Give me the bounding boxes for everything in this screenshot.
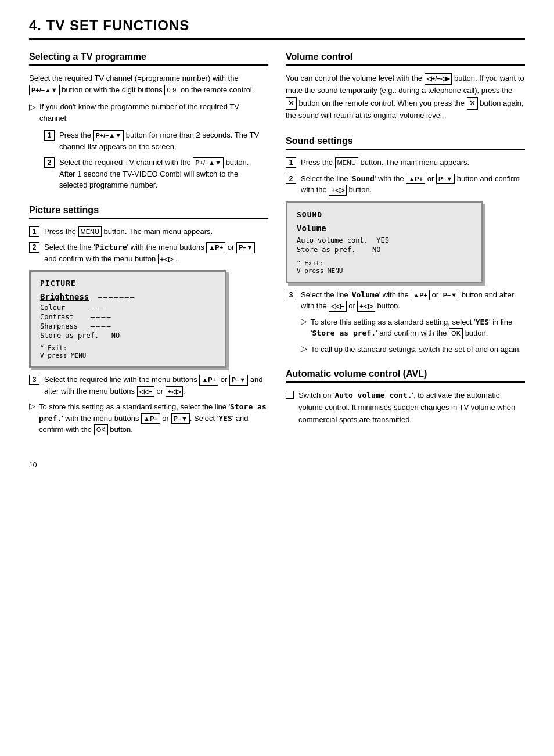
screen-brightness-bar: ——————— <box>98 293 136 301</box>
picture-screen: PICTURE Brightness ——————— Colour ——— Co… <box>29 270 226 368</box>
chapter-rule <box>29 38 525 40</box>
step-content-s-2: Select the line 'Sound' with the ▲P+ or … <box>301 173 525 196</box>
btn-left-snd[interactable]: ◁◁– <box>329 301 346 312</box>
tip-store-snd-text: To store this setting as a standard sett… <box>311 316 525 339</box>
screen-colour-bar: ——— <box>91 304 107 312</box>
screen-store-pic: Store as pref. NO <box>40 332 215 340</box>
two-column-layout: Selecting a TV programme Select the requ… <box>29 52 525 449</box>
step-1-2: 2 Select the required TV channel with th… <box>44 157 268 191</box>
step-content-s-1: Press the MENU button. The main menu app… <box>301 157 525 168</box>
tip-arrow-store-snd: ▷ <box>301 316 307 339</box>
tip-text-1: If you don't know the programme number o… <box>39 101 268 124</box>
step-2-2: 2 Select the line 'Picture' with the men… <box>29 242 268 264</box>
section-volume-control: Volume control You can control the volum… <box>286 52 525 122</box>
btn-ok-snd[interactable]: OK <box>449 328 463 339</box>
step-num-s-2: 2 <box>286 174 296 184</box>
btn-pm-snd[interactable]: P–▼ <box>436 174 455 185</box>
screen-contrast: Contrast ———— <box>40 313 215 321</box>
btn-right-snd[interactable]: +◁▷ <box>357 301 375 312</box>
btn-ok-pic[interactable]: OK <box>94 424 108 435</box>
step-num-2-3: 3 <box>29 375 39 385</box>
screen-title-sound: SOUND <box>297 210 472 219</box>
step-content-2-1: Press the MENU button. The main menu app… <box>44 226 268 237</box>
section-title-picture: Picture settings <box>29 205 268 219</box>
btn-left-minus-pic[interactable]: ◁◁– <box>137 386 154 397</box>
btn-pm-snd2[interactable]: P–▼ <box>441 290 459 301</box>
screen-colour: Colour ——— <box>40 304 215 312</box>
avl-text: Switch on 'Auto volume cont.', to activa… <box>298 390 525 426</box>
btn-p-plus-minus-1[interactable]: P+/–▲▼ <box>29 85 60 96</box>
step-s-1: 1 Press the MENU button. The main menu a… <box>286 157 525 168</box>
step-num-2-1: 1 <box>29 226 39 237</box>
step-2-1: 1 Press the MENU button. The main menu a… <box>29 226 268 237</box>
screen-title-picture: PICTURE <box>40 279 215 287</box>
step-s-2: 2 Select the line 'Sound' with the ▲P+ o… <box>286 173 525 196</box>
section-title-sound: Sound settings <box>286 136 525 150</box>
tip-block-1: ▷ If you don't know the programme number… <box>29 101 268 124</box>
step-content-2-3: Select the required line with the menu b… <box>44 374 268 397</box>
chapter-title-text: TV SET FUNCTIONS <box>46 17 190 33</box>
step-1-1: 1 Press the P+/–▲▼ button for more than … <box>44 129 268 152</box>
btn-ap-snd[interactable]: ▲P+ <box>406 174 425 185</box>
btn-p-av-1[interactable]: P+/–▲▼ <box>93 130 124 141</box>
section-sound-settings: Sound settings 1 Press the MENU button. … <box>286 136 525 355</box>
screen-store-snd: Store as pref. NO <box>297 246 472 254</box>
screen-contrast-bar: ———— <box>91 313 112 321</box>
btn-p-minus-pic[interactable]: P–▼ <box>236 242 255 253</box>
section-title-avl: Automatic volume control (AVL) <box>286 369 525 383</box>
btn-ap-store[interactable]: ▲P+ <box>141 413 160 424</box>
step-num-s-1: 1 <box>286 157 296 168</box>
btn-menu-snd[interactable]: MENU <box>335 157 358 168</box>
tip-arrow-standard-snd: ▷ <box>301 344 307 355</box>
section-avl: Automatic volume control (AVL) Switch on… <box>286 369 525 426</box>
screen-brightness: Brightness ——————— <box>40 292 215 301</box>
avl-checkbox[interactable] <box>286 391 294 399</box>
section-title-volume: Volume control <box>286 52 525 66</box>
screen-volume-item: Volume <box>297 224 472 233</box>
btn-ap-snd2[interactable]: ▲P+ <box>411 290 430 301</box>
btn-vol-main[interactable]: ◁+/–◁▶ <box>425 73 452 85</box>
btn-mute-1[interactable]: ✕ <box>286 97 297 110</box>
step-num-1-2: 2 <box>44 157 55 168</box>
btn-p-minus-pic2[interactable]: P–▼ <box>229 375 248 386</box>
btn-confirm-pic[interactable]: +◁▷ <box>158 254 175 265</box>
btn-ap-plus-pic[interactable]: ▲P+ <box>206 242 225 253</box>
btn-pm-store[interactable]: P–▼ <box>171 413 190 424</box>
step-num-1-1: 1 <box>44 130 55 141</box>
chapter-number: 4. <box>29 17 42 33</box>
screen-auto-vol: Auto volume cont. YES <box>297 236 472 244</box>
step-content-1-2: Select the required TV channel with the … <box>59 157 268 191</box>
right-column: Volume control You can control the volum… <box>286 52 525 449</box>
tip-arrow-store-pic: ▷ <box>29 401 35 435</box>
screen-footer-pic: ^ Exit:V press MENU <box>40 344 215 359</box>
step-num-s-3: 3 <box>286 290 296 300</box>
tip-standard-snd: ▷ To call up the standard settings, swit… <box>301 344 525 355</box>
step-2-3: 3 Select the required line with the menu… <box>29 374 268 397</box>
step-content-1-1: Press the P+/–▲▼ button for more than 2 … <box>59 129 268 152</box>
sound-tips: ▷ To store this setting as a standard se… <box>301 316 525 355</box>
sound-screen: SOUND Volume Auto volume cont. YES Store… <box>286 201 483 283</box>
chapter-title: 4. TV SET FUNCTIONS <box>29 17 525 34</box>
btn-menu-pic[interactable]: MENU <box>78 226 102 237</box>
screen-sharpness-bar: ———— <box>91 322 112 330</box>
btn-p-av-2[interactable]: P+/–▲▼ <box>193 157 224 168</box>
section-intro: Select the required TV channel (=program… <box>29 73 268 95</box>
step-s-3: 3 Select the line 'Volume' with the ▲P+ … <box>286 289 525 312</box>
btn-mute-2[interactable]: ✕ <box>467 97 478 110</box>
btn-ap-plus-pic2[interactable]: ▲P+ <box>199 375 218 386</box>
step-content-s-3: Select the line 'Volume' with the ▲P+ or… <box>301 289 525 312</box>
screen-footer-snd: ^ Exit:V press MENU <box>297 260 472 275</box>
btn-confirm-snd[interactable]: +◁▷ <box>329 185 346 196</box>
btn-right-plus-pic[interactable]: +◁▷ <box>166 386 183 397</box>
section-selecting-tv: Selecting a TV programme Select the requ… <box>29 52 268 191</box>
screen-brightness-label: Brightness <box>40 292 89 301</box>
btn-09[interactable]: 0-9 <box>164 85 178 96</box>
step-content-2-2: Select the line 'Picture' with the menu … <box>44 242 268 264</box>
tip-arrow-1: ▷ <box>29 102 36 124</box>
section-picture-settings: Picture settings 1 Press the MENU button… <box>29 205 268 435</box>
tip-standard-snd-text: To call up the standard settings, switch… <box>311 344 521 355</box>
section-title-selecting: Selecting a TV programme <box>29 52 268 66</box>
volume-intro: You can control the volume level with th… <box>286 73 525 122</box>
steps-indent-1: 1 Press the P+/–▲▼ button for more than … <box>44 129 268 191</box>
avl-checkbox-item: Switch on 'Auto volume cont.', to activa… <box>286 390 525 426</box>
